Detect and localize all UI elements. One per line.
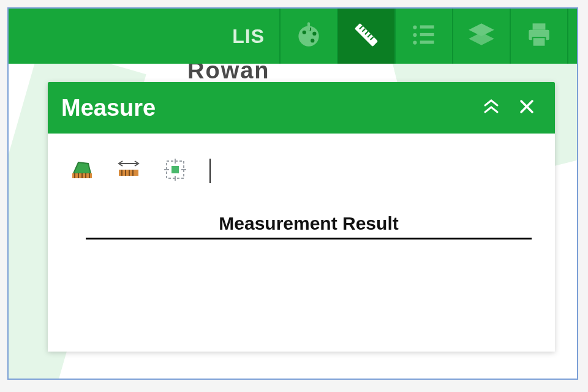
panel-body: Measurement Result xyxy=(48,134,555,352)
svg-point-3 xyxy=(312,32,316,36)
toolbar-label: LIS xyxy=(232,9,281,64)
measure-distance-icon xyxy=(116,157,141,184)
measure-location-icon xyxy=(163,157,187,184)
map-area[interactable]: Rowan Measure xyxy=(9,64,577,379)
svg-rect-15 xyxy=(420,33,434,36)
close-icon xyxy=(518,97,536,118)
legend-button[interactable] xyxy=(394,9,453,64)
ruler-icon xyxy=(351,20,382,53)
text-cursor-icon xyxy=(209,159,211,183)
layers-icon xyxy=(466,20,497,53)
svg-marker-19 xyxy=(469,32,494,45)
top-toolbar: LIS xyxy=(9,9,577,64)
measure-area-icon xyxy=(70,157,94,184)
svg-rect-22 xyxy=(533,37,546,47)
measure-tool-row xyxy=(69,154,537,187)
printer-icon xyxy=(524,20,554,53)
chevron-up-icon xyxy=(482,97,500,118)
measure-button[interactable] xyxy=(337,9,396,64)
measure-location-button[interactable] xyxy=(162,157,189,184)
app-frame: LIS xyxy=(7,7,578,380)
print-button[interactable] xyxy=(510,9,568,64)
panel-close-button[interactable] xyxy=(512,93,541,123)
theme-button[interactable] xyxy=(279,9,338,64)
svg-rect-6 xyxy=(355,23,378,47)
measurement-result-heading: Measurement Result xyxy=(86,213,532,239)
panel-header: Measure xyxy=(48,82,555,134)
measurement-result-area: Measurement Result xyxy=(69,213,537,239)
layers-button[interactable] xyxy=(452,9,511,64)
svg-rect-39 xyxy=(172,166,179,173)
svg-rect-17 xyxy=(420,40,434,43)
measure-area-button[interactable] xyxy=(69,157,96,184)
svg-point-1 xyxy=(303,31,306,34)
measure-panel: Measure xyxy=(48,82,555,352)
panel-collapse-button[interactable] xyxy=(477,93,506,123)
palette-icon xyxy=(293,20,324,53)
svg-rect-20 xyxy=(533,23,546,29)
svg-rect-13 xyxy=(420,25,434,28)
svg-point-14 xyxy=(413,33,417,37)
svg-point-4 xyxy=(311,39,314,42)
svg-rect-5 xyxy=(307,22,310,31)
map-region-label: Rowan xyxy=(187,64,270,84)
panel-title: Measure xyxy=(61,95,470,121)
list-icon xyxy=(409,20,439,53)
svg-point-12 xyxy=(413,25,417,29)
svg-point-16 xyxy=(413,40,417,44)
measure-distance-button[interactable] xyxy=(115,157,142,184)
svg-marker-25 xyxy=(74,162,91,173)
